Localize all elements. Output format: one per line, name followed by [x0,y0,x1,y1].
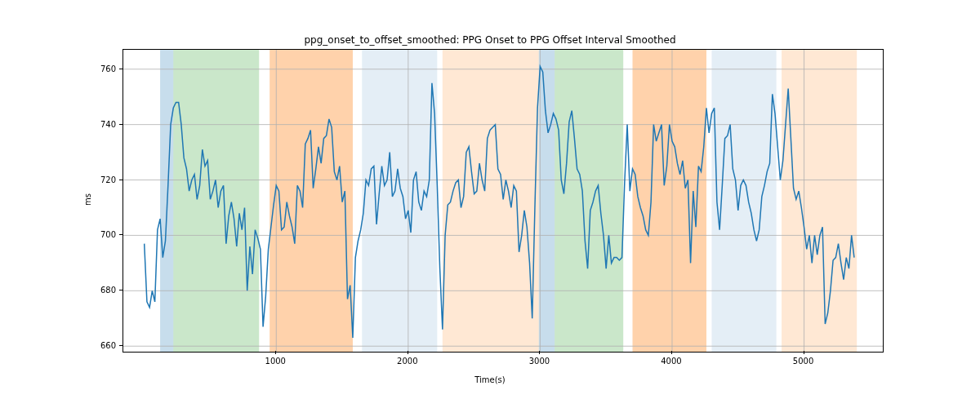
y-tick-mark [119,69,122,69]
plot-svg [123,50,883,352]
plot-area [122,49,884,353]
y-tick-label: 740 [91,119,116,128]
x-tick-label: 5000 [793,357,813,366]
highlight-span [555,50,623,352]
chart-title: ppg_onset_to_offset_smoothed: PPG Onset … [0,34,980,46]
y-tick-label: 660 [91,341,116,350]
highlight-span [443,50,539,352]
x-tick-label: 1000 [265,357,286,366]
x-tick-mark [671,351,672,354]
y-tick-mark [119,345,122,346]
highlight-span [633,50,706,352]
highlight-span [173,50,259,352]
highlight-span [539,50,555,352]
chart-figure: ppg_onset_to_offset_smoothed: PPG Onset … [0,0,980,408]
y-tick-mark [119,180,122,180]
y-tick-label: 680 [91,286,116,295]
y-tick-label: 760 [91,64,116,73]
highlight-span [362,50,437,352]
highlight-span [782,50,857,352]
x-tick-label: 4000 [661,357,681,366]
y-tick-mark [119,290,122,290]
y-tick-mark [119,124,122,125]
x-axis-label: Time(s) [0,375,980,384]
y-tick-label: 720 [91,175,116,184]
x-tick-label: 3000 [529,357,550,366]
x-tick-mark [275,351,276,354]
x-tick-mark [804,351,804,354]
x-tick-mark [539,351,540,354]
highlight-span [270,50,353,352]
x-tick-label: 2000 [397,357,417,366]
y-axis-label: ms [83,193,92,206]
y-tick-label: 700 [91,230,116,239]
x-tick-mark [408,351,408,354]
y-tick-mark [119,234,122,235]
